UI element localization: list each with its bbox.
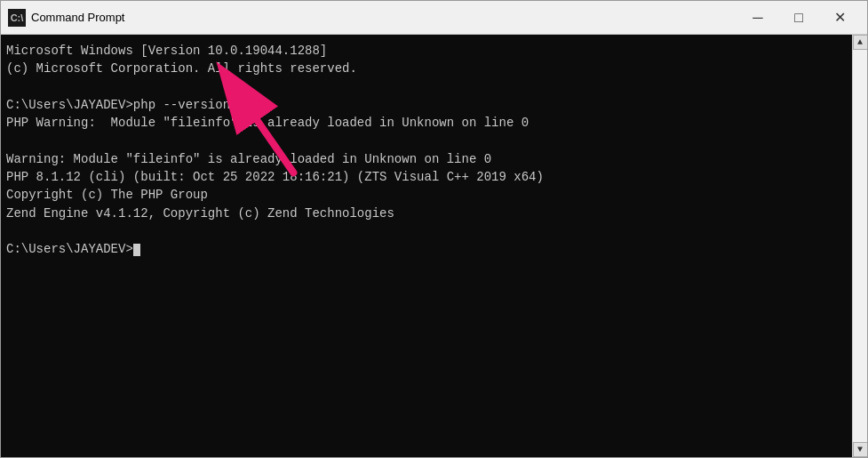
window-controls: ─ □ ✕ <box>737 1 860 35</box>
scrollbar-track[interactable] <box>853 50 867 442</box>
scroll-down-button[interactable]: ▼ <box>853 442 868 457</box>
cursor <box>133 244 140 256</box>
maximize-button[interactable]: □ <box>778 1 819 35</box>
app-icon-label: C:\ <box>11 12 24 23</box>
window-title: Command Prompt <box>31 11 737 24</box>
app-icon: C:\ <box>8 9 26 27</box>
titlebar: C:\ Command Prompt ─ □ ✕ <box>1 1 867 35</box>
close-button[interactable]: ✕ <box>819 1 860 35</box>
minimize-button[interactable]: ─ <box>737 1 778 35</box>
command-prompt-window: C:\ Command Prompt ─ □ ✕ Microsoft Windo… <box>0 0 868 458</box>
content-area: Microsoft Windows [Version 10.0.19044.12… <box>1 35 867 457</box>
terminal-text: Microsoft Windows [Version 10.0.19044.12… <box>6 42 847 259</box>
scroll-up-button[interactable]: ▲ <box>853 35 868 50</box>
terminal-output[interactable]: Microsoft Windows [Version 10.0.19044.12… <box>1 35 852 457</box>
scrollbar: ▲ ▼ <box>852 35 867 457</box>
